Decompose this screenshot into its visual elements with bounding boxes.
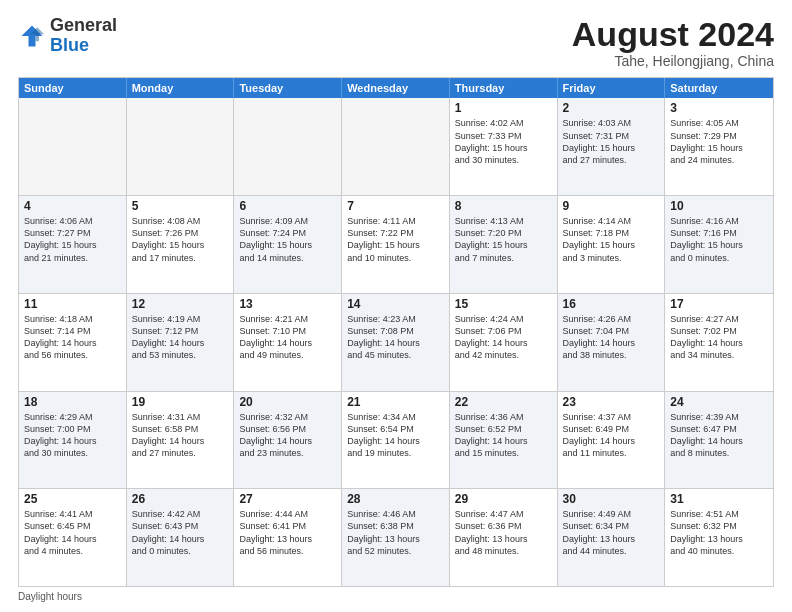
cell-info: Sunrise: 4:31 AM Sunset: 6:58 PM Dayligh… xyxy=(132,411,229,460)
weekday-header: Friday xyxy=(558,78,666,98)
month-title: August 2024 xyxy=(572,16,774,53)
calendar-cell xyxy=(127,98,235,195)
day-number: 12 xyxy=(132,297,229,311)
cell-info: Sunrise: 4:13 AM Sunset: 7:20 PM Dayligh… xyxy=(455,215,552,264)
cell-info: Sunrise: 4:06 AM Sunset: 7:27 PM Dayligh… xyxy=(24,215,121,264)
cell-info: Sunrise: 4:42 AM Sunset: 6:43 PM Dayligh… xyxy=(132,508,229,557)
cell-info: Sunrise: 4:23 AM Sunset: 7:08 PM Dayligh… xyxy=(347,313,444,362)
calendar-cell: 12Sunrise: 4:19 AM Sunset: 7:12 PM Dayli… xyxy=(127,294,235,391)
cell-info: Sunrise: 4:47 AM Sunset: 6:36 PM Dayligh… xyxy=(455,508,552,557)
calendar-cell: 23Sunrise: 4:37 AM Sunset: 6:49 PM Dayli… xyxy=(558,392,666,489)
weekday-header: Saturday xyxy=(665,78,773,98)
calendar-cell: 29Sunrise: 4:47 AM Sunset: 6:36 PM Dayli… xyxy=(450,489,558,586)
day-number: 6 xyxy=(239,199,336,213)
calendar-cell: 30Sunrise: 4:49 AM Sunset: 6:34 PM Dayli… xyxy=(558,489,666,586)
day-number: 8 xyxy=(455,199,552,213)
day-number: 10 xyxy=(670,199,768,213)
calendar-cell: 15Sunrise: 4:24 AM Sunset: 7:06 PM Dayli… xyxy=(450,294,558,391)
day-number: 23 xyxy=(563,395,660,409)
calendar-cell: 8Sunrise: 4:13 AM Sunset: 7:20 PM Daylig… xyxy=(450,196,558,293)
cell-info: Sunrise: 4:21 AM Sunset: 7:10 PM Dayligh… xyxy=(239,313,336,362)
cell-info: Sunrise: 4:39 AM Sunset: 6:47 PM Dayligh… xyxy=(670,411,768,460)
cell-info: Sunrise: 4:11 AM Sunset: 7:22 PM Dayligh… xyxy=(347,215,444,264)
calendar-cell: 27Sunrise: 4:44 AM Sunset: 6:41 PM Dayli… xyxy=(234,489,342,586)
cell-info: Sunrise: 4:49 AM Sunset: 6:34 PM Dayligh… xyxy=(563,508,660,557)
day-number: 9 xyxy=(563,199,660,213)
calendar-cell: 16Sunrise: 4:26 AM Sunset: 7:04 PM Dayli… xyxy=(558,294,666,391)
calendar-cell xyxy=(342,98,450,195)
weekday-header: Sunday xyxy=(19,78,127,98)
calendar-cell: 11Sunrise: 4:18 AM Sunset: 7:14 PM Dayli… xyxy=(19,294,127,391)
calendar-cell: 10Sunrise: 4:16 AM Sunset: 7:16 PM Dayli… xyxy=(665,196,773,293)
location: Tahe, Heilongjiang, China xyxy=(572,53,774,69)
day-number: 3 xyxy=(670,101,768,115)
cell-info: Sunrise: 4:29 AM Sunset: 7:00 PM Dayligh… xyxy=(24,411,121,460)
calendar-cell: 3Sunrise: 4:05 AM Sunset: 7:29 PM Daylig… xyxy=(665,98,773,195)
logo-icon xyxy=(18,22,46,50)
page: General Blue August 2024 Tahe, Heilongji… xyxy=(0,0,792,612)
calendar-cell: 26Sunrise: 4:42 AM Sunset: 6:43 PM Dayli… xyxy=(127,489,235,586)
day-number: 29 xyxy=(455,492,552,506)
calendar-body: 1Sunrise: 4:02 AM Sunset: 7:33 PM Daylig… xyxy=(19,98,773,586)
calendar-cell: 14Sunrise: 4:23 AM Sunset: 7:08 PM Dayli… xyxy=(342,294,450,391)
cell-info: Sunrise: 4:09 AM Sunset: 7:24 PM Dayligh… xyxy=(239,215,336,264)
calendar-cell: 17Sunrise: 4:27 AM Sunset: 7:02 PM Dayli… xyxy=(665,294,773,391)
calendar-cell: 28Sunrise: 4:46 AM Sunset: 6:38 PM Dayli… xyxy=(342,489,450,586)
day-number: 21 xyxy=(347,395,444,409)
calendar-cell: 5Sunrise: 4:08 AM Sunset: 7:26 PM Daylig… xyxy=(127,196,235,293)
title-block: August 2024 Tahe, Heilongjiang, China xyxy=(572,16,774,69)
day-number: 15 xyxy=(455,297,552,311)
day-number: 16 xyxy=(563,297,660,311)
logo: General Blue xyxy=(18,16,117,56)
day-number: 4 xyxy=(24,199,121,213)
day-number: 25 xyxy=(24,492,121,506)
cell-info: Sunrise: 4:05 AM Sunset: 7:29 PM Dayligh… xyxy=(670,117,768,166)
footer-note: Daylight hours xyxy=(18,591,774,602)
calendar-cell xyxy=(19,98,127,195)
day-number: 14 xyxy=(347,297,444,311)
calendar-cell: 25Sunrise: 4:41 AM Sunset: 6:45 PM Dayli… xyxy=(19,489,127,586)
calendar: SundayMondayTuesdayWednesdayThursdayFrid… xyxy=(18,77,774,587)
day-number: 17 xyxy=(670,297,768,311)
day-number: 5 xyxy=(132,199,229,213)
day-number: 2 xyxy=(563,101,660,115)
cell-info: Sunrise: 4:51 AM Sunset: 6:32 PM Dayligh… xyxy=(670,508,768,557)
cell-info: Sunrise: 4:03 AM Sunset: 7:31 PM Dayligh… xyxy=(563,117,660,166)
calendar-cell xyxy=(234,98,342,195)
day-number: 1 xyxy=(455,101,552,115)
day-number: 26 xyxy=(132,492,229,506)
day-number: 27 xyxy=(239,492,336,506)
calendar-cell: 20Sunrise: 4:32 AM Sunset: 6:56 PM Dayli… xyxy=(234,392,342,489)
logo-text: General Blue xyxy=(50,16,117,56)
cell-info: Sunrise: 4:34 AM Sunset: 6:54 PM Dayligh… xyxy=(347,411,444,460)
cell-info: Sunrise: 4:18 AM Sunset: 7:14 PM Dayligh… xyxy=(24,313,121,362)
calendar-cell: 19Sunrise: 4:31 AM Sunset: 6:58 PM Dayli… xyxy=(127,392,235,489)
day-number: 7 xyxy=(347,199,444,213)
header: General Blue August 2024 Tahe, Heilongji… xyxy=(18,16,774,69)
day-number: 18 xyxy=(24,395,121,409)
cell-info: Sunrise: 4:46 AM Sunset: 6:38 PM Dayligh… xyxy=(347,508,444,557)
calendar-row: 1Sunrise: 4:02 AM Sunset: 7:33 PM Daylig… xyxy=(19,98,773,196)
cell-info: Sunrise: 4:44 AM Sunset: 6:41 PM Dayligh… xyxy=(239,508,336,557)
day-number: 30 xyxy=(563,492,660,506)
calendar-row: 11Sunrise: 4:18 AM Sunset: 7:14 PM Dayli… xyxy=(19,294,773,392)
calendar-cell: 2Sunrise: 4:03 AM Sunset: 7:31 PM Daylig… xyxy=(558,98,666,195)
calendar-row: 25Sunrise: 4:41 AM Sunset: 6:45 PM Dayli… xyxy=(19,489,773,586)
weekday-header: Wednesday xyxy=(342,78,450,98)
calendar-cell: 1Sunrise: 4:02 AM Sunset: 7:33 PM Daylig… xyxy=(450,98,558,195)
calendar-cell: 9Sunrise: 4:14 AM Sunset: 7:18 PM Daylig… xyxy=(558,196,666,293)
day-number: 22 xyxy=(455,395,552,409)
cell-info: Sunrise: 4:19 AM Sunset: 7:12 PM Dayligh… xyxy=(132,313,229,362)
calendar-cell: 13Sunrise: 4:21 AM Sunset: 7:10 PM Dayli… xyxy=(234,294,342,391)
day-number: 24 xyxy=(670,395,768,409)
calendar-cell: 4Sunrise: 4:06 AM Sunset: 7:27 PM Daylig… xyxy=(19,196,127,293)
calendar-row: 4Sunrise: 4:06 AM Sunset: 7:27 PM Daylig… xyxy=(19,196,773,294)
day-number: 19 xyxy=(132,395,229,409)
weekday-header: Tuesday xyxy=(234,78,342,98)
cell-info: Sunrise: 4:24 AM Sunset: 7:06 PM Dayligh… xyxy=(455,313,552,362)
cell-info: Sunrise: 4:14 AM Sunset: 7:18 PM Dayligh… xyxy=(563,215,660,264)
calendar-cell: 31Sunrise: 4:51 AM Sunset: 6:32 PM Dayli… xyxy=(665,489,773,586)
calendar-cell: 7Sunrise: 4:11 AM Sunset: 7:22 PM Daylig… xyxy=(342,196,450,293)
calendar-row: 18Sunrise: 4:29 AM Sunset: 7:00 PM Dayli… xyxy=(19,392,773,490)
cell-info: Sunrise: 4:32 AM Sunset: 6:56 PM Dayligh… xyxy=(239,411,336,460)
